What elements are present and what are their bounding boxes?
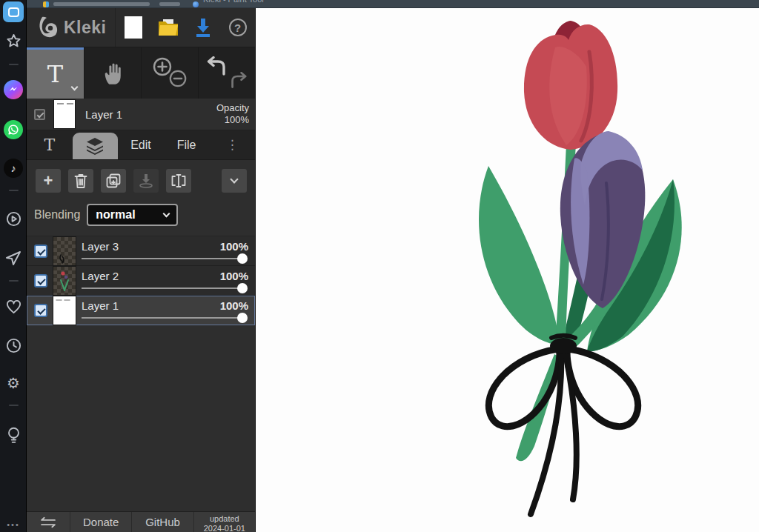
folder-icon	[157, 18, 179, 37]
save-download-button[interactable]	[185, 8, 220, 47]
blending-row: Blending normal	[27, 203, 255, 227]
layer-row-1[interactable]: Layer 1 100%	[27, 296, 255, 325]
layer-opacity-slider[interactable]	[82, 287, 246, 289]
opacity-value: 100%	[225, 114, 249, 125]
text-tool-button[interactable]: T	[27, 47, 84, 99]
zoom-out-button[interactable]	[168, 69, 188, 91]
opacity-label: Opacity	[216, 102, 249, 113]
chevron-down-icon	[230, 175, 238, 183]
app-name: Kleki	[64, 18, 106, 38]
swap-button[interactable]	[27, 512, 70, 532]
slider-thumb[interactable]	[237, 283, 248, 293]
open-file-button[interactable]	[150, 8, 185, 47]
layer-name: Layer 1	[82, 299, 119, 312]
new-image-icon	[124, 16, 143, 39]
undo-button[interactable]	[205, 56, 227, 80]
layer-opacity-value: 100%	[220, 270, 248, 282]
layer-opacity-slider[interactable]	[82, 258, 246, 259]
zoom-out-icon	[168, 69, 188, 88]
layer-name: Layer 2	[82, 270, 119, 282]
send-icon[interactable]	[0, 249, 27, 267]
merge-down-button[interactable]	[133, 169, 159, 193]
chevron-down-icon	[163, 210, 170, 218]
play-circle-icon[interactable]	[0, 210, 27, 227]
trash-icon	[74, 173, 87, 188]
layers-icon	[85, 137, 105, 155]
layers-panel: +	[27, 160, 255, 511]
duplicate-layer-button[interactable]	[101, 169, 126, 193]
layer-row-2[interactable]: Layer 2 100%	[27, 266, 255, 296]
screen: Kleki - Paint Tool ♪ ⚙	[0, 0, 759, 532]
delete-layer-button[interactable]	[68, 169, 93, 193]
divider	[0, 190, 27, 191]
tulip-artwork	[256, 9, 759, 532]
new-image-button[interactable]	[116, 8, 150, 47]
layer-thumbnail	[53, 267, 76, 295]
hand-tool-button[interactable]	[84, 47, 141, 99]
layer-opacity-slider[interactable]	[82, 317, 246, 319]
slider-thumb[interactable]	[237, 313, 248, 323]
layer-actions: +	[27, 169, 255, 193]
current-layer-opacity[interactable]: Opacity 100%	[216, 102, 249, 127]
tab-file[interactable]: File	[164, 130, 210, 159]
help-button[interactable]: ?	[220, 8, 255, 47]
zoom-tools	[141, 47, 198, 99]
history-clock-icon[interactable]	[0, 337, 27, 354]
layer-opacity-value: 100%	[220, 240, 248, 253]
whatsapp-icon[interactable]	[0, 120, 27, 139]
layer-visibility-checkbox[interactable]	[34, 245, 47, 258]
current-layer-bar: Layer 1 Opacity 100%	[27, 99, 255, 130]
swap-icon	[40, 516, 56, 528]
tab-text[interactable]: T	[27, 130, 73, 159]
slider-thumb[interactable]	[237, 253, 248, 264]
kleki-logo-icon	[37, 16, 59, 39]
current-layer-thumbnail[interactable]	[54, 100, 75, 128]
more-dots-icon[interactable]: •••	[0, 520, 27, 529]
tab-layers[interactable]	[73, 133, 119, 159]
panel-header: Kleki ?	[27, 8, 255, 47]
github-button[interactable]: GitHub	[131, 512, 193, 532]
layer-list: Layer 3 100% Layer 2 100%	[27, 236, 255, 325]
chevron-down-icon[interactable]	[71, 84, 79, 91]
drawing-canvas[interactable]	[256, 9, 759, 532]
redo-button[interactable]	[230, 72, 249, 93]
lightbulb-icon[interactable]	[0, 426, 27, 445]
layer-thumbnail	[53, 296, 76, 325]
star-icon[interactable]	[0, 33, 27, 50]
help-icon: ?	[229, 19, 247, 36]
hand-icon	[102, 61, 124, 85]
heart-icon[interactable]	[0, 299, 27, 315]
updated-line2: 2024-01-01	[204, 524, 245, 532]
add-layer-button[interactable]: +	[36, 169, 61, 193]
tab-edit[interactable]: Edit	[118, 130, 164, 159]
settings-gear-icon[interactable]: ⚙	[0, 374, 27, 392]
current-layer-name: Layer 1	[85, 108, 122, 121]
layer-visibility-checkbox[interactable]	[34, 274, 47, 287]
updated-button[interactable]: updated 2024-01-01	[193, 512, 255, 532]
kleki-tab-favicon	[193, 1, 199, 7]
layer-thumbnail	[53, 237, 76, 265]
left-tab-favicon	[43, 1, 49, 7]
merge-down-icon	[139, 173, 153, 188]
donate-button[interactable]: Donate	[70, 512, 131, 532]
kleki-tab-title[interactable]: Kleki - Paint Tool	[203, 0, 264, 4]
collapse-panel-button[interactable]	[222, 169, 247, 193]
divider	[0, 64, 27, 65]
messenger-icon[interactable]	[0, 80, 27, 99]
tiktok-icon[interactable]: ♪	[0, 159, 27, 178]
download-icon	[193, 17, 213, 38]
rename-layer-button[interactable]	[166, 169, 191, 193]
left-tab-title-fragment[interactable]	[53, 2, 150, 6]
workspace-icon[interactable]	[3, 1, 24, 22]
layer-visibility-checkbox[interactable]	[34, 304, 47, 317]
blending-select[interactable]: normal	[87, 204, 178, 226]
duplicate-icon	[106, 173, 121, 188]
current-layer-visibility-checkbox[interactable]	[34, 109, 45, 120]
blending-value: normal	[96, 208, 135, 222]
layer-row-3[interactable]: Layer 3 100%	[27, 236, 255, 266]
kleki-logo[interactable]: Kleki	[27, 8, 116, 47]
tool-row: T	[27, 47, 255, 99]
browser-sidebar: ♪ ⚙ •••	[0, 0, 27, 532]
blending-label: Blending	[34, 208, 80, 222]
kebab-menu-button[interactable]: ⋮	[209, 130, 255, 159]
